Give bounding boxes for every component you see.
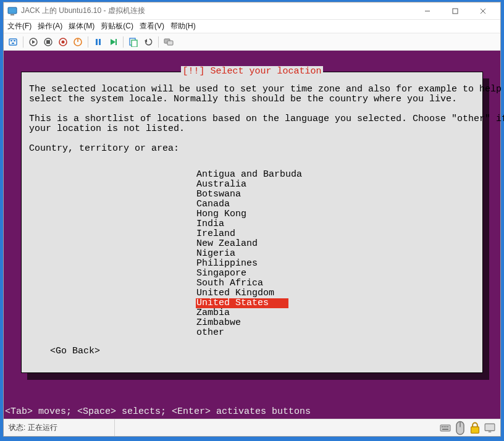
- menu-media[interactable]: 媒体(M): [69, 21, 94, 32]
- location-option[interactable]: Philippines: [196, 259, 303, 269]
- svg-rect-28: [442, 426, 443, 427]
- location-option[interactable]: South Africa: [196, 279, 303, 288]
- menu-view[interactable]: 查看(V): [140, 21, 164, 32]
- location-option[interactable]: Botswana: [196, 190, 303, 200]
- location-option[interactable]: United Kingdom: [196, 288, 303, 298]
- window-title: JACK 上的 Ubuntu16.10 - 虚拟机连接: [21, 6, 145, 16]
- svg-point-15: [62, 40, 65, 43]
- installer-dialog: [!!] Select your location The selected l…: [21, 72, 483, 373]
- keyboard-icon: [440, 423, 451, 433]
- svg-rect-32: [442, 429, 448, 430]
- location-list[interactable]: Antigua and BarbudaAustraliaBotswanaCana…: [196, 170, 303, 338]
- location-option[interactable]: Nigeria: [196, 249, 303, 259]
- statusbar: 状态: 正在运行: [4, 419, 500, 436]
- menu-clip[interactable]: 剪贴板(C): [101, 21, 133, 32]
- start-button[interactable]: [27, 35, 40, 49]
- svg-rect-0: [8, 7, 17, 14]
- svg-rect-1: [10, 14, 14, 15]
- close-button[interactable]: [469, 2, 497, 20]
- status-icons: [440, 423, 500, 433]
- body-line: select the system locale. Normally this …: [29, 94, 457, 104]
- ctrl-alt-del-button[interactable]: [6, 35, 20, 49]
- status-value: 正在运行: [28, 422, 57, 433]
- svg-rect-36: [485, 424, 495, 430]
- location-option[interactable]: other: [196, 328, 303, 338]
- body-prompt: Country, territory or area:: [29, 143, 179, 154]
- svg-rect-23: [132, 40, 137, 47]
- svg-rect-31: [447, 426, 448, 427]
- pause-button[interactable]: [91, 35, 105, 49]
- status-label: 状态:: [9, 422, 25, 433]
- mouse-icon: [455, 423, 466, 433]
- menu-help[interactable]: 帮助(H): [170, 21, 196, 32]
- svg-rect-35: [471, 427, 479, 433]
- svg-rect-3: [453, 9, 458, 14]
- dialog-title: [!!] Select your location: [22, 67, 482, 77]
- location-option[interactable]: India: [196, 219, 303, 229]
- checkpoint-button[interactable]: [127, 35, 140, 49]
- menubar: 文件(F) 操作(A) 媒体(M) 剪贴板(C) 查看(V) 帮助(H): [4, 20, 500, 33]
- go-back-button[interactable]: <Go Back>: [50, 346, 100, 356]
- maximize-button[interactable]: [441, 2, 469, 20]
- vm-window: JACK 上的 Ubuntu16.10 - 虚拟机连接 文件(F) 操作(A) …: [3, 2, 501, 437]
- location-option[interactable]: Hong Kong: [196, 209, 303, 219]
- svg-rect-29: [443, 426, 445, 427]
- status-text: 状态: 正在运行: [4, 419, 115, 436]
- revert-button[interactable]: [141, 35, 155, 49]
- svg-rect-19: [99, 39, 101, 45]
- dialog-body: The selected location will be used to se…: [22, 72, 482, 161]
- location-option[interactable]: Canada: [196, 200, 303, 209]
- body-line: This is a shortlist of locations based o…: [29, 114, 504, 124]
- svg-rect-18: [96, 39, 98, 45]
- svg-rect-37: [489, 431, 492, 432]
- svg-rect-9: [12, 43, 14, 44]
- svg-rect-13: [46, 40, 50, 44]
- location-option[interactable]: United States: [196, 298, 288, 308]
- location-option[interactable]: Ireland: [196, 229, 303, 239]
- location-option[interactable]: New Zealand: [196, 239, 303, 249]
- display-config-icon[interactable]: [484, 423, 495, 433]
- guest-display[interactable]: [!!] Select your location The selected l…: [4, 51, 500, 419]
- location-option[interactable]: Zambia: [196, 308, 303, 318]
- body-line: The selected location will be used to se…: [29, 84, 502, 94]
- shut-down-button[interactable]: [56, 35, 70, 49]
- keyboard-hint: <Tab> moves; <Space> selects; <Enter> ac…: [5, 407, 311, 417]
- save-state-button[interactable]: [71, 35, 85, 49]
- toolbar: [4, 33, 500, 51]
- svg-rect-21: [116, 39, 117, 45]
- minimize-button[interactable]: [413, 2, 441, 20]
- app-icon: [7, 7, 17, 15]
- window-controls: [413, 2, 497, 20]
- location-option[interactable]: Antigua and Barbuda: [196, 170, 303, 180]
- svg-marker-20: [111, 39, 116, 45]
- svg-rect-26: [167, 41, 173, 45]
- svg-marker-11: [32, 40, 35, 44]
- body-line: your location is not listed.: [29, 124, 185, 134]
- svg-rect-8: [14, 40, 15, 41]
- titlebar: JACK 上的 Ubuntu16.10 - 虚拟机连接: [4, 2, 500, 20]
- svg-rect-6: [9, 39, 17, 45]
- menu-action[interactable]: 操作(A): [38, 21, 62, 32]
- reset-button[interactable]: [106, 35, 120, 49]
- svg-rect-7: [10, 40, 12, 41]
- location-option[interactable]: Zimbabwe: [196, 318, 303, 328]
- lock-icon: [469, 423, 481, 433]
- location-option[interactable]: Singapore: [196, 269, 303, 279]
- turn-off-button[interactable]: [41, 35, 55, 49]
- location-option[interactable]: Australia: [196, 180, 303, 190]
- svg-rect-27: [440, 425, 450, 431]
- menu-file[interactable]: 文件(F): [7, 21, 32, 32]
- svg-rect-30: [445, 426, 447, 427]
- enhanced-session-button[interactable]: [162, 35, 175, 49]
